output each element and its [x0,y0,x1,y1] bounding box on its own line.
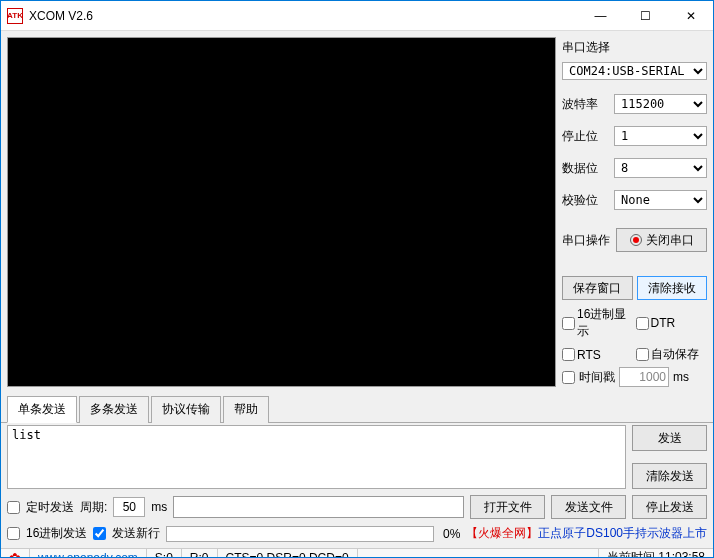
autosave-label: 自动保存 [651,346,699,363]
port-select[interactable]: COM24:USB-SERIAL CH34 [562,62,707,80]
hex-display-label: 16进制显示 [577,306,634,340]
file-path-input[interactable] [173,496,464,518]
window-title: XCOM V2.6 [29,9,578,23]
timestamp-checkbox[interactable] [562,371,575,384]
toggle-port-button[interactable]: 关闭串口 [616,228,707,252]
stopbit-select[interactable]: 1 [614,126,707,146]
clear-receive-button[interactable]: 清除接收 [637,276,708,300]
minimize-button[interactable]: — [578,1,623,31]
parity-label: 校验位 [562,192,610,209]
record-icon [630,234,642,246]
progress-percent: 0% [440,527,460,541]
timestamp-input[interactable] [619,367,669,387]
save-window-button[interactable]: 保存窗口 [562,276,633,300]
timestamp-label: 时间戳 [579,369,615,386]
status-time: 当前时间 11:03:58 [599,549,713,558]
baud-label: 波特率 [562,96,610,113]
maximize-button[interactable]: ☐ [623,1,668,31]
send-file-button[interactable]: 发送文件 [551,495,626,519]
hex-send-label: 16进制发送 [26,525,87,542]
timed-send-label: 定时发送 [26,499,74,516]
tab-help[interactable]: 帮助 [223,396,269,423]
port-section-label: 串口选择 [562,39,707,56]
dtr-checkbox[interactable] [636,317,649,330]
baud-select[interactable]: 115200 [614,94,707,114]
hex-display-checkbox[interactable] [562,317,575,330]
send-newline-checkbox[interactable] [93,527,106,540]
stopbit-label: 停止位 [562,128,610,145]
send-input[interactable]: list [7,425,626,489]
databit-label: 数据位 [562,160,610,177]
open-file-button[interactable]: 打开文件 [470,495,545,519]
stop-send-button[interactable]: 停止发送 [632,495,707,519]
tab-single-send[interactable]: 单条发送 [7,396,77,423]
rts-checkbox[interactable] [562,348,575,361]
timestamp-unit: ms [673,370,689,384]
rts-label: RTS [577,348,601,362]
port-op-label: 串口操作 [562,232,610,249]
progress-bar [166,526,434,542]
send-newline-label: 发送新行 [112,525,160,542]
parity-select[interactable]: None [614,190,707,210]
promo-link[interactable]: 【火爆全网】正点原子DS100手持示波器上市 [466,525,707,542]
tab-protocol[interactable]: 协议传输 [151,396,221,423]
receive-terminal[interactable] [7,37,556,387]
dtr-label: DTR [651,316,676,330]
status-signals: CTS=0 DSR=0 DCD=0 [218,549,358,558]
tab-multi-send[interactable]: 多条发送 [79,396,149,423]
status-received: R:0 [182,549,218,558]
close-button[interactable]: ✕ [668,1,713,31]
app-logo: ATK [7,8,23,24]
hex-send-checkbox[interactable] [7,527,20,540]
send-button[interactable]: 发送 [632,425,707,451]
period-input[interactable] [113,497,145,517]
databit-select[interactable]: 8 [614,158,707,178]
settings-icon[interactable]: ✿ [1,549,30,558]
autosave-checkbox[interactable] [636,348,649,361]
clear-send-button[interactable]: 清除发送 [632,463,707,489]
website-link[interactable]: www.openedv.com [30,549,147,558]
timed-send-checkbox[interactable] [7,501,20,514]
period-label: 周期: [80,499,107,516]
status-sent: S:0 [147,549,182,558]
period-unit: ms [151,500,167,514]
